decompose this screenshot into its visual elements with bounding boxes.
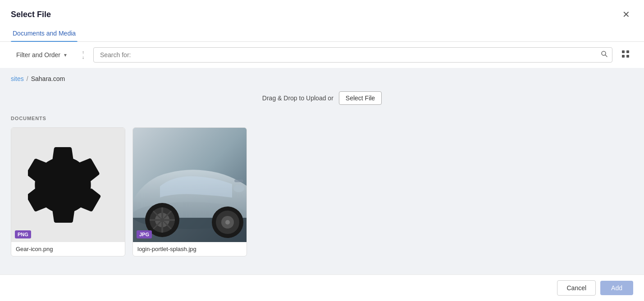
- doc-card-name: Gear-icon.png: [11, 242, 125, 256]
- svg-rect-5: [626, 55, 629, 58]
- documents-grid: PNG Gear-icon.png: [11, 127, 633, 256]
- grid-view-button[interactable]: [618, 48, 633, 62]
- list-item[interactable]: JPG login-portlet-splash.jpg: [132, 127, 247, 256]
- svg-point-21: [233, 185, 244, 192]
- svg-rect-4: [622, 55, 625, 58]
- doc-card-image: JPG: [133, 128, 247, 242]
- add-button[interactable]: Add: [600, 281, 633, 295]
- file-type-badge: PNG: [15, 230, 31, 238]
- cancel-button[interactable]: Cancel: [557, 280, 596, 296]
- search-wrapper: [93, 47, 612, 63]
- doc-card-name: login-portlet-splash.jpg: [133, 242, 247, 256]
- doc-card-image: PNG: [11, 128, 125, 242]
- modal-title: Select File: [11, 10, 51, 19]
- search-icon: [601, 50, 608, 59]
- grid-view-icon: [621, 50, 630, 60]
- svg-line-1: [605, 55, 607, 57]
- documents-section-label: DOCUMENTS: [11, 116, 633, 121]
- modal-footer: Cancel Add: [0, 274, 644, 301]
- file-type-badge: JPG: [137, 230, 152, 238]
- breadcrumb: sites / Sahara.com: [11, 75, 633, 82]
- toolbar: Filter and Order ▼ ↑ ↓: [0, 42, 644, 68]
- select-file-modal: Select File ✕ Documents and Media Filter…: [0, 0, 644, 301]
- svg-rect-22: [234, 180, 243, 182]
- drag-drop-text: Drag & Drop to Upload or: [262, 94, 333, 102]
- search-button[interactable]: [601, 50, 608, 59]
- sort-button[interactable]: ↑ ↓: [78, 49, 88, 62]
- select-file-button[interactable]: Select File: [339, 91, 382, 105]
- breadcrumb-separator: /: [27, 75, 28, 82]
- breadcrumb-current: Sahara.com: [31, 75, 65, 82]
- breadcrumb-sites-link[interactable]: sites: [11, 75, 24, 82]
- car-image: [133, 128, 247, 242]
- close-icon: ✕: [622, 9, 630, 20]
- svg-point-20: [225, 220, 230, 225]
- upload-zone: Drag & Drop to Upload or Select File: [11, 91, 633, 105]
- chevron-down-icon: ▼: [63, 53, 68, 58]
- gear-icon: [28, 144, 109, 225]
- content-area: sites / Sahara.com Drag & Drop to Upload…: [0, 68, 644, 274]
- svg-rect-3: [626, 50, 629, 53]
- search-input[interactable]: [93, 47, 612, 63]
- filter-order-label: Filter and Order: [16, 51, 60, 58]
- svg-rect-2: [622, 50, 625, 53]
- modal-header: Select File ✕: [0, 0, 644, 22]
- sort-arrows-icon: ↑ ↓: [82, 50, 84, 60]
- filter-order-button[interactable]: Filter and Order ▼: [11, 49, 73, 61]
- list-item[interactable]: PNG Gear-icon.png: [11, 127, 125, 256]
- tabs-bar: Documents and Media: [0, 25, 644, 42]
- documents-section: DOCUMENTS PNG Gear-icon.png: [11, 116, 633, 256]
- close-button[interactable]: ✕: [619, 7, 633, 22]
- tab-documents-media[interactable]: Documents and Media: [11, 25, 78, 41]
